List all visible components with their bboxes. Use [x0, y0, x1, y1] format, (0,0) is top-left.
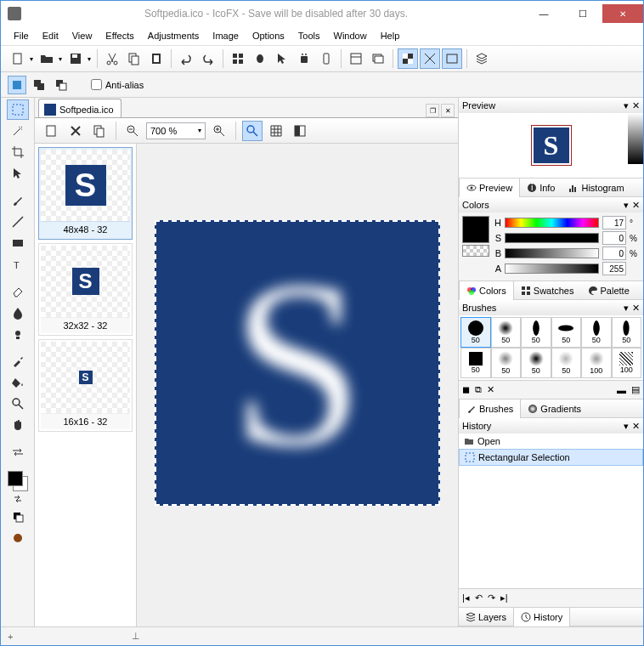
swap-tool[interactable] — [7, 442, 29, 462]
brush-item[interactable]: 50 — [491, 317, 522, 348]
zoom-fit-button[interactable] — [242, 121, 263, 141]
crop-tool[interactable] — [7, 142, 29, 162]
redo-button[interactable] — [198, 48, 218, 69]
delete-brush-icon[interactable]: ✕ — [487, 384, 494, 395]
canvas-area[interactable]: S — [137, 144, 458, 626]
foreground-color[interactable] — [8, 471, 23, 486]
layers-button[interactable] — [472, 48, 492, 69]
windows-icon[interactable] — [228, 48, 248, 69]
hue-value[interactable]: 17 — [602, 216, 626, 230]
history-prev-icon[interactable]: ↶ — [475, 592, 483, 604]
panel-close-icon[interactable]: ✕ — [632, 200, 640, 211]
subtract-selection-button[interactable] — [52, 76, 71, 94]
copy-button[interactable] — [124, 48, 144, 69]
brush-item[interactable]: 100 — [581, 348, 612, 378]
brush-item[interactable]: 50 — [551, 348, 582, 378]
tab-brushes[interactable]: Brushes — [459, 400, 521, 418]
grid-toggle-button[interactable] — [266, 121, 286, 141]
brightness-strip[interactable] — [628, 113, 643, 164]
alpha-value[interactable]: 255 — [602, 262, 626, 275]
below-color-button[interactable] — [7, 528, 29, 548]
paste-button[interactable] — [146, 48, 167, 69]
history-first-icon[interactable]: |◂ — [462, 592, 470, 604]
mobile-icon[interactable] — [316, 48, 336, 69]
panel-menu-icon[interactable]: ▾ — [624, 100, 629, 111]
duplicate-icon-button[interactable] — [89, 121, 110, 141]
menu-file[interactable]: File — [8, 29, 35, 42]
panel-menu-icon[interactable]: ▾ — [624, 421, 629, 432]
history-last-icon[interactable]: ▸| — [500, 592, 508, 604]
zoom-out-button[interactable] — [122, 121, 143, 141]
add-selection-button[interactable] — [30, 76, 48, 94]
brush-item[interactable]: 50 — [460, 317, 491, 348]
menu-edit[interactable]: Edit — [37, 29, 65, 42]
minimize-button[interactable] — [524, 4, 563, 23]
blur-tool[interactable] — [7, 303, 29, 323]
brush-item[interactable]: 50 — [521, 317, 551, 348]
cursor-icon[interactable] — [272, 48, 292, 69]
apple-icon[interactable] — [250, 48, 270, 69]
transparency-grid-button[interactable] — [398, 48, 418, 69]
normal-selection-button[interactable] — [8, 76, 26, 94]
wand-tool[interactable] — [7, 121, 29, 141]
zoom-input[interactable]: 700 % — [146, 122, 206, 139]
maximize-button[interactable] — [563, 4, 602, 23]
eraser-tool[interactable] — [7, 281, 29, 302]
folder-brush-icon[interactable]: ▬ — [617, 385, 626, 395]
grid-button[interactable] — [420, 48, 440, 69]
tab-preview[interactable]: Preview — [459, 178, 520, 197]
history-item-selection[interactable]: Rectangular Selection — [459, 449, 643, 466]
panel-close-icon[interactable]: ✕ — [632, 100, 640, 111]
mask-toggle-button[interactable] — [290, 121, 310, 141]
tab-histogram[interactable]: Histogram — [562, 178, 630, 197]
alpha-slider[interactable] — [505, 264, 599, 274]
menu-view[interactable]: View — [66, 29, 99, 42]
text-tool[interactable]: T — [7, 254, 29, 275]
saturation-value[interactable]: 0 — [602, 231, 626, 245]
icon-size-item-16[interactable]: S 16x16 - 32 — [38, 339, 133, 432]
close-button[interactable] — [602, 4, 643, 23]
icon-size-item-32[interactable]: S 32x32 - 32 — [38, 243, 133, 336]
menu-image[interactable]: Image — [206, 29, 245, 42]
brightness-value[interactable]: 0 — [602, 246, 626, 260]
menu-effects[interactable]: Effects — [99, 29, 139, 42]
resource-button[interactable] — [346, 48, 366, 69]
menu-help[interactable]: Help — [375, 29, 406, 42]
copy-brush-icon[interactable]: ⧉ — [475, 384, 482, 395]
brush-item[interactable]: 100 — [612, 348, 642, 378]
batch-button[interactable] — [368, 48, 388, 69]
brush-tool[interactable] — [7, 190, 29, 211]
delete-icon-button[interactable] — [65, 121, 86, 141]
brightness-slider[interactable] — [505, 248, 599, 258]
tab-gradients[interactable]: Gradients — [521, 400, 588, 418]
tab-info[interactable]: iInfo — [520, 178, 562, 197]
history-next-icon[interactable]: ↷ — [488, 592, 495, 604]
panel-menu-icon[interactable]: ▾ — [624, 303, 629, 314]
canvas[interactable]: S — [155, 220, 440, 506]
tab-palette[interactable]: Palette — [581, 281, 636, 300]
menu-tools[interactable]: Tools — [292, 29, 326, 42]
undo-button[interactable] — [176, 48, 196, 69]
new-button[interactable] — [8, 48, 35, 69]
color-swatch[interactable] — [8, 471, 28, 491]
document-tab[interactable]: Softpedia.ico — [38, 99, 121, 117]
tab-swatches[interactable]: Swatches — [514, 281, 581, 300]
open-button[interactable] — [37, 48, 64, 69]
move-tool[interactable] — [7, 163, 29, 184]
brush-item[interactable]: 50 — [581, 317, 612, 348]
save-brush-icon[interactable]: ▤ — [631, 384, 640, 395]
eyedropper-tool[interactable] — [7, 351, 29, 371]
panel-close-icon[interactable]: ✕ — [632, 303, 640, 314]
tab-colors[interactable]: Colors — [459, 281, 514, 300]
save-button[interactable] — [65, 48, 93, 69]
restore-document-button[interactable]: ❐ — [426, 104, 439, 117]
preview-button[interactable] — [442, 48, 462, 69]
alpha-swatch[interactable] — [462, 245, 489, 257]
panel-close-icon[interactable]: ✕ — [632, 421, 640, 432]
swap-colors-button[interactable] — [7, 492, 29, 506]
zoom-in-button[interactable] — [209, 121, 229, 141]
brush-item[interactable]: 50 — [491, 348, 522, 378]
tab-layers[interactable]: Layers — [459, 608, 513, 626]
new-icon-button[interactable] — [42, 121, 62, 141]
brush-item[interactable]: 50 — [551, 317, 582, 348]
